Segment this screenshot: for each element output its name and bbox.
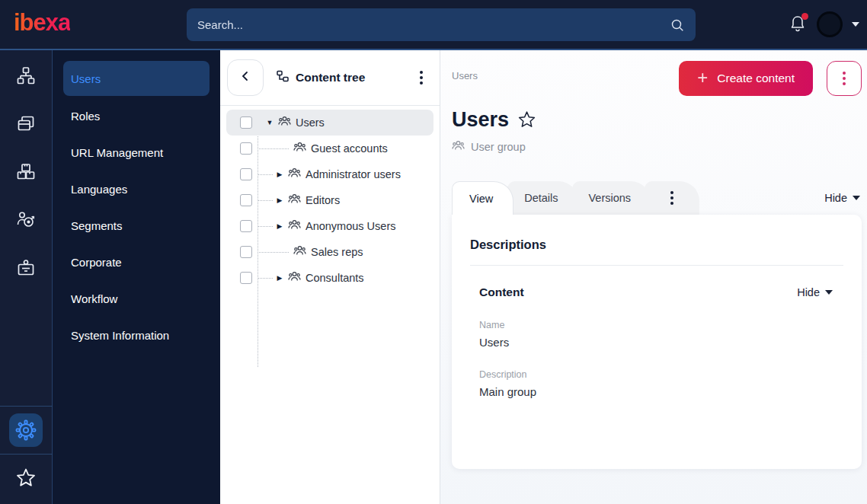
content-tree-icon (276, 69, 290, 86)
tree-item-label: Sales reps (311, 246, 363, 258)
sidebar-item-label: Roles (71, 110, 100, 123)
rail-item-pages[interactable] (9, 107, 43, 141)
user-menu-caret-icon[interactable] (852, 22, 859, 27)
sidebar-item-system-information[interactable]: System Information (53, 317, 220, 353)
rail-item-bookmarks[interactable] (9, 461, 43, 495)
hide-section-toggle[interactable]: Hide (797, 286, 834, 298)
tree-checkbox[interactable] (240, 194, 252, 206)
bookmark-star-icon (14, 467, 37, 490)
rail-item-product-catalog[interactable] (9, 155, 43, 189)
tree-checkbox[interactable] (240, 246, 252, 258)
header-actions: + Create content (679, 61, 862, 96)
create-content-button[interactable]: + Create content (679, 61, 813, 96)
rail-item-content-structure[interactable] (9, 59, 43, 93)
page-options-kebab-icon[interactable] (827, 61, 862, 96)
sidebar-item-corporate[interactable]: Corporate (53, 244, 220, 280)
expand-collapsed-icon[interactable]: ▶ (274, 222, 285, 230)
content-section-title: Content (479, 285, 524, 299)
tree-checkbox[interactable] (240, 168, 252, 180)
field-name: Name Users (470, 320, 843, 349)
tree-item-consultants[interactable]: ▶ Consultants (226, 265, 434, 291)
user-group-icon (288, 219, 301, 234)
tab-versions[interactable]: Versions (572, 181, 651, 215)
hide-label: Hide (797, 286, 820, 298)
collapse-tree-button[interactable] (227, 59, 264, 96)
expand-collapsed-icon[interactable]: ▶ (274, 274, 285, 282)
tree-checkbox[interactable] (240, 220, 252, 232)
id-badge-icon (15, 257, 37, 279)
search-input[interactable] (197, 18, 670, 31)
global-search[interactable] (187, 8, 696, 41)
user-avatar[interactable] (817, 11, 843, 37)
chevron-left-icon (239, 70, 251, 85)
tree-connector-stub (258, 148, 289, 149)
tree-item-sales-reps[interactable]: Sales reps (226, 239, 434, 265)
sidebar-item-label: Segments (71, 219, 123, 232)
sidebar-item-roles[interactable]: Roles (53, 97, 220, 134)
expand-open-icon[interactable]: ▼ (264, 119, 275, 126)
breadcrumb[interactable]: Users (452, 70, 478, 81)
rail-separator (0, 454, 53, 455)
field-label: Description (479, 369, 843, 380)
expand-collapsed-icon[interactable]: ▶ (274, 196, 285, 204)
tree-item-label: Users (296, 116, 325, 129)
sidebar-item-url-management[interactable]: URL Management (53, 134, 220, 171)
divider (470, 265, 843, 266)
sidebar-item-users[interactable]: Users (63, 61, 210, 96)
sidebar-item-languages[interactable]: Languages (53, 171, 220, 207)
sidebar-item-label: Workflow (71, 292, 117, 305)
top-bar: ibexa (0, 0, 867, 50)
user-group-icon (288, 193, 301, 208)
rail-item-admin-settings[interactable] (9, 413, 43, 447)
plus-icon: + (697, 69, 708, 87)
rail-item-personalization[interactable] (9, 203, 43, 237)
tree-options-kebab-icon[interactable] (415, 66, 427, 89)
tree-item-guest-accounts[interactable]: Guest accounts (226, 136, 434, 161)
tree-connector-stub (258, 278, 273, 279)
field-label: Name (479, 320, 843, 330)
tree-item-administrator-users[interactable]: ▶ Administrator users (226, 161, 434, 187)
tree-checkbox[interactable] (240, 142, 252, 155)
tab-more-kebab-icon[interactable] (645, 181, 699, 215)
notifications-bell-icon[interactable] (789, 14, 808, 34)
notification-badge (801, 13, 808, 20)
tree-checkbox[interactable] (240, 116, 252, 129)
field-value: Users (479, 336, 843, 349)
ibexa-logo[interactable]: ibexa (14, 9, 70, 37)
tree-item-label: Anonymous Users (306, 220, 395, 232)
favorite-star-icon[interactable] (517, 110, 537, 130)
field-description: Description Main group (470, 369, 843, 398)
topbar-right-cluster (789, 0, 859, 49)
page-title: Users (452, 108, 509, 132)
content-tree-panel: Content tree ▼ Users (220, 50, 440, 504)
tree-connector-stub (258, 174, 273, 175)
content-tree-title: Content tree (276, 69, 365, 86)
rail-item-corporate-accounts[interactable] (9, 251, 43, 285)
tab-view[interactable]: View (452, 181, 513, 215)
content-tree-list: ▼ Users Guest accounts (220, 106, 440, 291)
sidebar-item-segments[interactable]: Segments (53, 207, 220, 244)
caret-down-icon (825, 290, 833, 295)
content-type-row: User group (452, 139, 862, 155)
hide-panel-toggle[interactable]: Hide (824, 192, 862, 204)
audience-target-icon (15, 209, 37, 231)
rail-top-group (9, 59, 43, 285)
tree-checkbox[interactable] (240, 272, 252, 284)
tab-details[interactable]: Details (507, 181, 577, 215)
user-group-icon (293, 141, 306, 156)
search-icon[interactable] (670, 18, 685, 33)
pages-icon (15, 113, 37, 135)
tree-item-label: Administrator users (306, 168, 401, 180)
tree-item-editors[interactable]: ▶ Editors (226, 187, 434, 213)
ibexa-admin-app: ibexa (0, 0, 867, 504)
caret-down-icon (853, 196, 860, 200)
tree-item-users[interactable]: ▼ Users (226, 110, 434, 136)
rail-bottom-group (0, 406, 52, 504)
rail-separator (0, 406, 53, 407)
expand-collapsed-icon[interactable]: ▶ (274, 171, 285, 178)
primary-icon-rail (0, 50, 53, 504)
user-group-icon (288, 167, 301, 182)
main-header: Users + Create content (452, 61, 862, 96)
tree-item-anonymous-users[interactable]: ▶ Anonymous Users (226, 213, 434, 239)
sidebar-item-workflow[interactable]: Workflow (53, 280, 220, 317)
